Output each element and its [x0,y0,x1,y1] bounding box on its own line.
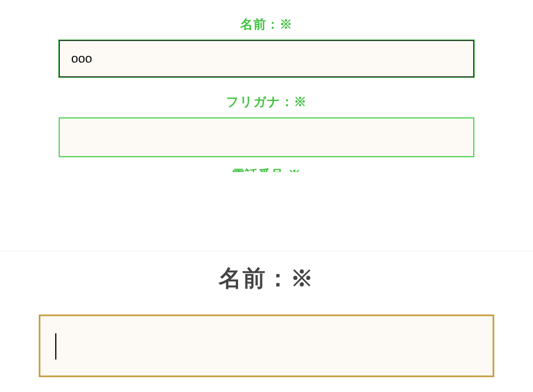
phone-label-partial: 電話番号 ※ [0,166,533,172]
furigana-input[interactable] [59,117,474,157]
text-cursor-icon [55,333,56,360]
section-gap [0,183,533,251]
name-label: 名前：※ [0,16,533,33]
name-label-large: 名前：※ [0,263,533,294]
name-input-large[interactable] [39,315,494,377]
form-bottom-section: 名前：※ [0,251,533,377]
furigana-label: フリガナ：※ [0,93,533,111]
form-top-section: 名前：※ フリガナ：※ 電話番号 ※ [0,0,533,183]
field-group-name: 名前：※ [0,16,533,77]
phone-label-partial-wrap: 電話番号 ※ [0,166,533,172]
name-input[interactable] [59,40,474,77]
field-group-furigana: フリガナ：※ [0,93,533,157]
